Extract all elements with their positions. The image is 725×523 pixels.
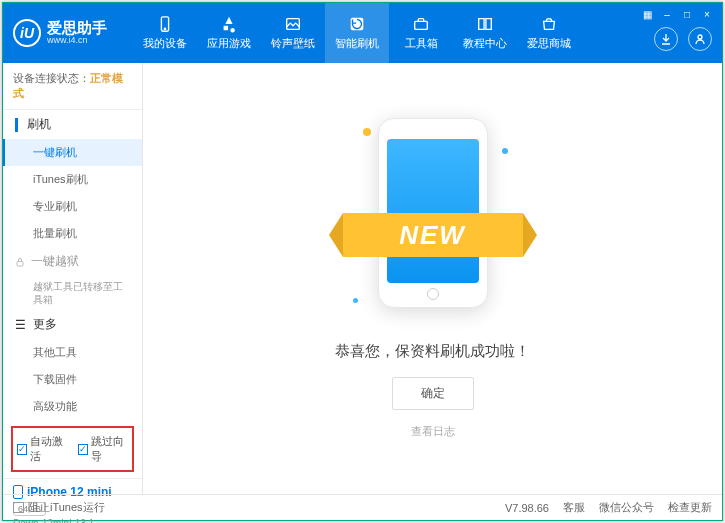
app-name: 爱思助手 (47, 20, 107, 37)
view-log-link[interactable]: 查看日志 (411, 424, 455, 439)
app-url: www.i4.cn (47, 36, 107, 46)
refresh-icon (347, 15, 367, 33)
checkbox-icon: ✓ (17, 444, 27, 455)
titlebar: iU 爱思助手 www.i4.cn 我的设备 应用游戏 铃声壁纸 智能刷机 (3, 3, 722, 63)
tab-label: 工具箱 (405, 36, 438, 51)
version-label: V7.98.66 (505, 502, 549, 514)
wechat-link[interactable]: 微信公众号 (599, 500, 654, 515)
tab-label: 爱思商城 (527, 36, 571, 51)
block-itunes-checkbox[interactable]: 阻止iTunes运行 (13, 500, 105, 515)
user-button[interactable] (688, 27, 712, 51)
tab-label: 应用游戏 (207, 36, 251, 51)
tab-label: 教程中心 (463, 36, 507, 51)
download-button[interactable] (654, 27, 678, 51)
sidebar-head-label: 一键越狱 (31, 253, 79, 270)
checkbox-label: 跳过向导 (91, 434, 129, 464)
logo-icon: iU (13, 19, 41, 47)
decor-dot (353, 298, 358, 303)
checkbox-icon: ✓ (78, 444, 88, 455)
sidebar-item-firmware[interactable]: 下载固件 (3, 366, 142, 393)
user-icon (694, 33, 706, 45)
sidebar-head-label: 更多 (33, 316, 57, 333)
main-panel: NEW 恭喜您，保资料刷机成功啦！ 确定 查看日志 (143, 63, 722, 494)
decor-dot (363, 128, 371, 136)
checkbox-icon (13, 502, 24, 513)
toolbox-icon (411, 15, 431, 33)
ok-button[interactable]: 确定 (392, 377, 474, 410)
window-controls: ▦ – □ × (632, 3, 722, 25)
svg-rect-6 (17, 261, 23, 266)
sidebar-item-advanced[interactable]: 高级功能 (3, 393, 142, 420)
phone-icon (155, 15, 175, 33)
menu-button[interactable]: ▦ (640, 7, 654, 21)
sidebar-item-oneclick[interactable]: 一键刷机 (3, 139, 142, 166)
checkbox-skip-guide[interactable]: ✓ 跳过向导 (78, 434, 129, 464)
statusbar-right: V7.98.66 客服 微信公众号 检查更新 (505, 500, 712, 515)
minimize-button[interactable]: – (660, 7, 674, 21)
connection-status: 设备连接状态：正常模式 (3, 63, 142, 110)
svg-point-1 (164, 28, 165, 29)
sidebar-head-flash[interactable]: 刷机 (3, 110, 142, 139)
conn-label: 设备连接状态： (13, 72, 90, 84)
tab-store[interactable]: 爱思商城 (517, 3, 581, 63)
lock-icon (15, 257, 25, 267)
sidebar: 设备连接状态：正常模式 刷机 一键刷机 iTunes刷机 专业刷机 批量刷机 一… (3, 63, 143, 494)
main-tabs: 我的设备 应用游戏 铃声壁纸 智能刷机 工具箱 教程中心 (133, 3, 712, 63)
svg-rect-4 (415, 21, 428, 29)
sidebar-item-other[interactable]: 其他工具 (3, 339, 142, 366)
tab-device[interactable]: 我的设备 (133, 3, 197, 63)
sidebar-item-batch[interactable]: 批量刷机 (3, 220, 142, 247)
list-icon: ☰ (15, 318, 27, 332)
new-badge: NEW (343, 213, 523, 257)
content-area: 设备连接状态：正常模式 刷机 一键刷机 iTunes刷机 专业刷机 批量刷机 一… (3, 63, 722, 494)
check-update-link[interactable]: 检查更新 (668, 500, 712, 515)
tab-label: 我的设备 (143, 36, 187, 51)
phone-home-icon (427, 288, 439, 300)
checkbox-auto-activate[interactable]: ✓ 自动激活 (17, 434, 68, 464)
maximize-button[interactable]: □ (680, 7, 694, 21)
sidebar-item-itunes[interactable]: iTunes刷机 (3, 166, 142, 193)
phone-screen (387, 139, 479, 283)
sidebar-head-jailbreak: 一键越狱 (3, 247, 142, 276)
active-bar-icon (15, 118, 18, 132)
wallpaper-icon (283, 15, 303, 33)
decor-dot (502, 148, 508, 154)
apps-icon (219, 15, 239, 33)
tab-apps[interactable]: 应用游戏 (197, 3, 261, 63)
sidebar-item-pro[interactable]: 专业刷机 (3, 193, 142, 220)
sidebar-head-more[interactable]: ☰ 更多 (3, 310, 142, 339)
title-right-buttons (654, 27, 712, 51)
close-button[interactable]: × (700, 7, 714, 21)
app-logo: iU 爱思助手 www.i4.cn (13, 19, 133, 47)
tab-label: 铃声壁纸 (271, 36, 315, 51)
tab-label: 智能刷机 (335, 36, 379, 51)
svg-point-5 (698, 35, 702, 39)
tab-tutorial[interactable]: 教程中心 (453, 3, 517, 63)
support-link[interactable]: 客服 (563, 500, 585, 515)
book-icon (475, 15, 495, 33)
tab-ringtone[interactable]: 铃声壁纸 (261, 3, 325, 63)
tab-toolbox[interactable]: 工具箱 (389, 3, 453, 63)
download-icon (660, 33, 672, 45)
checkbox-label: 自动激活 (30, 434, 68, 464)
store-icon (539, 15, 559, 33)
app-window: iU 爱思助手 www.i4.cn 我的设备 应用游戏 铃声壁纸 智能刷机 (2, 2, 723, 521)
checkbox-highlight: ✓ 自动激活 ✓ 跳过向导 (11, 426, 134, 472)
jailbreak-note: 越狱工具已转移至工具箱 (3, 276, 142, 310)
tab-flash[interactable]: 智能刷机 (325, 3, 389, 63)
checkbox-label: 阻止iTunes运行 (28, 500, 105, 515)
sidebar-head-label: 刷机 (27, 116, 51, 133)
statusbar: 阻止iTunes运行 V7.98.66 客服 微信公众号 检查更新 (3, 494, 722, 520)
phone-illustration: NEW (353, 118, 513, 318)
success-message: 恭喜您，保资料刷机成功啦！ (335, 342, 530, 361)
